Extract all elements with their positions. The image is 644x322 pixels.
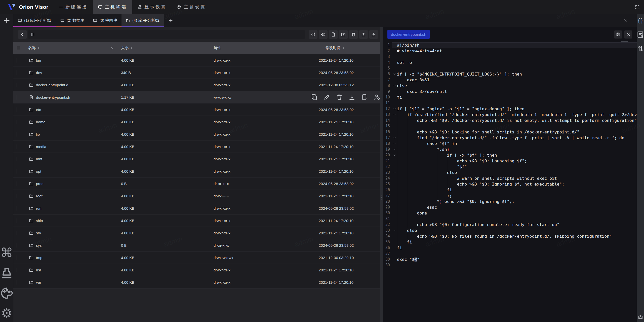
session-tab-2[interactable]: (2) 数据库 (56, 14, 89, 27)
delete-button[interactable] (349, 30, 358, 39)
row-edit-button[interactable] (324, 94, 330, 100)
row-checkbox[interactable] (17, 58, 17, 63)
row-download-button[interactable] (349, 94, 355, 100)
rail-sort-lines-button[interactable] (637, 45, 644, 52)
upload-button[interactable] (359, 30, 368, 39)
code-line[interactable]: 2# vim:sw=4:ts=4:et (383, 48, 637, 54)
row-checkbox[interactable] (17, 120, 17, 124)
code-line[interactable]: 21echo >&3 "$0: Launching $f"; (383, 158, 637, 164)
file-name-cell[interactable]: srv (25, 231, 121, 235)
select-all-checkbox[interactable] (17, 46, 20, 50)
code-line[interactable]: 20if [ -x "$f" ]; then (383, 152, 637, 158)
code-line[interactable]: 25echo >&3 "$0: Ignoring $f, not executa… (383, 181, 637, 187)
fold-toggle[interactable] (392, 152, 397, 158)
path-input[interactable] (28, 30, 305, 39)
file-name-cell[interactable]: mnt (25, 157, 121, 161)
fold-toggle[interactable] (392, 147, 397, 152)
sort-icon[interactable] (342, 46, 345, 50)
menu-item-new-connection[interactable]: 新建连接 (53, 0, 93, 14)
file-name-cell[interactable]: dev (25, 70, 121, 75)
code-line[interactable]: 16echo >&3 "$0: Looking for shell script… (383, 129, 637, 135)
sidebar-display-settings-button[interactable] (0, 266, 13, 280)
session-tab-4[interactable]: (4) 应用-分析02 (122, 14, 164, 27)
code-line[interactable]: 15 (383, 123, 637, 129)
preview-button[interactable] (319, 30, 328, 39)
column-header-name[interactable]: 名称 (28, 46, 36, 50)
new-folder-button[interactable] (339, 30, 348, 39)
file-name-cell[interactable]: var (25, 280, 121, 284)
row-checkbox[interactable] (17, 157, 17, 161)
fold-toggle[interactable] (392, 71, 397, 77)
code-line[interactable]: 19*.sh) (383, 147, 637, 152)
session-tab-1[interactable]: (1) 应用-分析01 (13, 14, 56, 27)
session-tab-3[interactable]: (3) 中间件 (89, 14, 122, 27)
table-row[interactable]: var4.00 KBdrwxr-xr-x2021-11-24 17:20:10 (13, 276, 380, 289)
file-name-cell[interactable]: docker-entrypoint.sh (25, 95, 121, 99)
table-row[interactable]: sbin4.00 KBdrwxr-xr-x2021-11-24 17:20:10 (13, 214, 380, 227)
table-row[interactable]: bin4.00 KBdrwxr-xr-x2021-11-24 17:20:10 (13, 54, 380, 66)
code-line[interactable]: 6if [ -z "${NGINX_ENTRYPOINT_QUIET_LOGS:… (383, 71, 637, 77)
code-line[interactable]: 39 (383, 262, 637, 268)
code-line[interactable]: 28*) echo >&3 "$0: Ignoring $f";; (383, 199, 637, 204)
row-checkbox[interactable] (17, 206, 17, 211)
code-line[interactable]: 36fi (383, 245, 637, 251)
table-row[interactable]: docker-entrypoint.d4.00 KBdrwxr-xr-x2021… (13, 79, 380, 91)
table-row[interactable]: usr4.00 KBdrwxr-xr-x2021-11-24 17:20:10 (13, 264, 380, 276)
row-checkbox[interactable] (17, 169, 17, 174)
table-row[interactable]: root4.00 KBdrwx------2021-11-24 17:20:10 (13, 190, 380, 202)
file-name-cell[interactable]: sbin (25, 219, 121, 223)
table-row[interactable]: run4.00 KBdrwxr-xr-x2024-05-28 23:58:02 (13, 202, 380, 214)
table-row[interactable]: srv4.00 KBdrwxr-xr-x2021-11-24 17:20:10 (13, 227, 380, 239)
file-name-cell[interactable]: lib (25, 132, 121, 136)
close-editor-button[interactable] (624, 30, 632, 39)
row-checkbox[interactable] (17, 181, 17, 186)
file-name-cell[interactable]: proc (25, 182, 121, 186)
row-checkbox[interactable] (17, 95, 17, 100)
code-line[interactable]: 37 (383, 251, 637, 257)
table-row[interactable]: dev340 Bdrwxr-xr-x2024-05-28 23:58:02 (13, 66, 380, 79)
code-line[interactable]: 22"$f" (383, 164, 637, 170)
row-permission-button[interactable] (374, 94, 380, 100)
save-file-button[interactable] (614, 30, 622, 39)
code-line[interactable]: 33else (383, 228, 637, 233)
sidebar-system-settings-button[interactable]: ⚙ (0, 307, 13, 320)
row-checkbox[interactable] (17, 83, 17, 87)
table-row[interactable]: sys0 Bdr-xr-xr-x2024-05-28 23:58:02 (13, 239, 380, 252)
row-checkbox[interactable] (17, 107, 17, 112)
table-row[interactable]: mnt4.00 KBdrwxr-xr-x2021-11-24 17:20:10 (13, 153, 380, 165)
column-header-mtime[interactable]: 修改时间 (326, 46, 341, 50)
table-row[interactable]: lib4.00 KBdrwxr-xr-x2021-11-24 17:20:10 (13, 128, 380, 140)
row-copy-button[interactable] (311, 94, 317, 100)
table-row[interactable]: docker-entrypoint.sh1.17 KB-rwxrwxr-x (13, 91, 380, 103)
row-checkbox[interactable] (17, 268, 17, 272)
code-area[interactable]: 1#!/bin/sh2# vim:sw=4:ts=4:et34set -e56i… (383, 42, 637, 322)
code-line[interactable]: 4set -e (383, 60, 637, 65)
code-line[interactable]: 32echo >&3 "$0: Configuration complete; … (383, 222, 637, 228)
row-checkbox[interactable] (17, 132, 17, 137)
fullscreen-button[interactable] (633, 3, 641, 11)
column-header-size[interactable]: 大小 (121, 46, 129, 50)
close-sessions-button[interactable] (622, 17, 629, 24)
code-line[interactable]: 17find "/docker-entrypoint.d/" -follow -… (383, 135, 637, 141)
menu-item-theme-settings[interactable]: 主题设置 (172, 0, 211, 14)
code-line[interactable]: 23else (383, 170, 637, 175)
code-line[interactable]: 11 (383, 100, 637, 106)
row-checkbox[interactable] (17, 231, 17, 235)
code-line[interactable]: 24# warn on shell scripts without exec b… (383, 175, 637, 181)
table-row[interactable]: proc0 Bdr-xr-xr-x2024-05-28 23:58:02 (13, 177, 380, 190)
code-line[interactable]: 10fi (383, 94, 637, 100)
code-line[interactable]: 30done (383, 210, 637, 216)
code-line[interactable]: 1#!/bin/sh (383, 42, 637, 48)
sidebar-theme-settings-button[interactable] (0, 287, 13, 300)
row-checkbox[interactable] (17, 243, 17, 248)
editor-scrollbar-thumb[interactable] (621, 41, 628, 42)
row-checkbox[interactable] (17, 255, 17, 260)
code-line[interactable]: 13if /usr/bin/find "/docker-entrypoint.d… (383, 112, 637, 118)
fold-toggle[interactable] (392, 83, 397, 89)
camera-icon[interactable] (638, 315, 643, 319)
rail-format-code-button[interactable]: {} (637, 17, 644, 24)
file-name-cell[interactable]: etc (25, 108, 121, 112)
row-properties-button[interactable] (361, 94, 368, 100)
file-name-cell[interactable]: run (25, 206, 121, 210)
code-line[interactable]: 8else (383, 83, 637, 89)
